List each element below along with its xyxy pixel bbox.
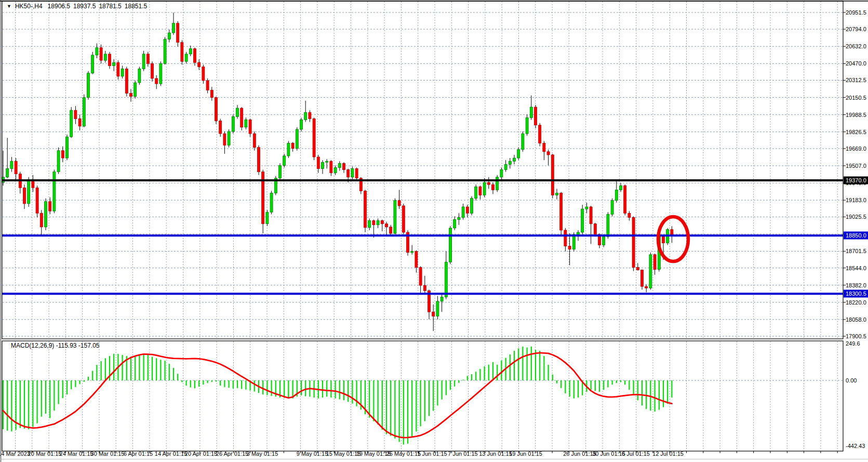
candle-bearish [364, 191, 367, 227]
candle-bearish [241, 108, 243, 127]
candle-bearish [249, 120, 251, 134]
candle-bearish [535, 107, 537, 125]
hline-objects-layer[interactable] [2, 180, 843, 294]
frame-layer [0, 0, 868, 462]
candle-bullish [304, 112, 307, 120]
candle-bearish [624, 186, 626, 213]
candle-bearish [381, 221, 383, 224]
candle-bearish [253, 134, 256, 148]
candle-bearish [313, 119, 315, 157]
candle-bearish [155, 78, 158, 84]
candle-bearish [206, 81, 209, 90]
candle-bullish [368, 221, 371, 228]
grid-layer [3, 2, 843, 451]
candle-bearish [309, 112, 311, 118]
macd-indicator-layer [3, 347, 672, 445]
candle-bullish [581, 209, 584, 232]
candle-bullish [611, 201, 613, 215]
candle-bullish [458, 217, 460, 219]
candle-bullish [577, 232, 580, 234]
candle-bullish [483, 182, 486, 195]
candle-bullish [509, 161, 511, 164]
candle-bearish [291, 143, 294, 148]
candle-bullish [445, 262, 447, 297]
candle-bearish [330, 161, 332, 173]
candle-bullish [377, 221, 379, 225]
candle-bearish [100, 48, 102, 61]
candle-bullish [185, 54, 188, 61]
candle-bearish [415, 252, 418, 268]
candle-bearish [78, 119, 81, 126]
candle-bearish [594, 224, 596, 234]
candle-bullish [10, 161, 13, 168]
candle-bearish [560, 193, 563, 230]
candle-bearish [398, 201, 400, 206]
candle-bullish [57, 151, 60, 172]
candle-bullish [526, 117, 528, 134]
candle-bearish [487, 182, 490, 184]
candle-bullish [615, 190, 618, 200]
candle-bullish [168, 33, 170, 39]
candle-bearish [466, 207, 469, 213]
candle-bearish [564, 230, 567, 246]
candle-bullish [649, 255, 652, 288]
candle-bearish [402, 206, 405, 232]
candle-bullish [70, 110, 73, 137]
candle-bearish [419, 267, 422, 285]
candle-bullish [351, 168, 354, 177]
candle-bearish [146, 54, 149, 63]
candle-bullish [603, 236, 605, 245]
candle-bearish [223, 134, 226, 145]
chart-canvas[interactable] [0, 0, 868, 462]
candle-bullish [585, 207, 588, 209]
candle-bullish [338, 163, 341, 167]
candle-bullish [334, 167, 337, 173]
candle-bullish [245, 120, 247, 127]
candle-bullish [513, 158, 516, 161]
candle-bullish [607, 214, 609, 236]
candle-bullish [83, 98, 85, 126]
candle-bullish [91, 55, 94, 73]
candle-bearish [390, 227, 392, 233]
candle-bullish [287, 143, 290, 156]
candle-bearish [372, 221, 375, 225]
candle-bearish [423, 285, 426, 291]
candle-bearish [61, 151, 64, 158]
candle-bearish [215, 98, 218, 121]
candle-bearish [645, 286, 648, 288]
candle-bullish [462, 207, 464, 217]
candle-bullish [121, 69, 124, 76]
candle-bullish [475, 187, 477, 198]
candle-bearish [151, 63, 154, 78]
candle-bearish [492, 184, 495, 190]
candle-bullish [28, 180, 30, 204]
candles-layer [2, 12, 673, 331]
candle-bullish [322, 162, 324, 168]
candle-bearish [385, 224, 388, 227]
candle-bearish [641, 270, 644, 287]
candle-bullish [436, 301, 439, 316]
candle-bearish [590, 207, 592, 224]
candle-bearish [125, 69, 128, 94]
candle-bullish [620, 186, 622, 190]
candle-bullish [296, 129, 298, 149]
candle-bullish [138, 69, 141, 83]
candle-bullish [504, 164, 507, 169]
candle-bullish [45, 202, 47, 227]
candle-bearish [210, 90, 213, 97]
candle-bullish [471, 199, 473, 214]
candle-bearish [219, 121, 222, 134]
candle-bullish [556, 193, 558, 195]
candle-bullish [113, 62, 115, 65]
candle-bearish [632, 217, 635, 267]
candle-bullish [496, 177, 499, 190]
candle-bullish [232, 116, 234, 131]
candle-bullish [500, 170, 503, 177]
candle-bullish [394, 201, 396, 233]
candle-bearish [194, 49, 196, 63]
candle-bearish [177, 23, 179, 43]
candle-bullish [96, 48, 98, 55]
candle-bearish [40, 213, 43, 227]
candle-bullish [236, 108, 239, 116]
candle-bearish [568, 246, 571, 249]
